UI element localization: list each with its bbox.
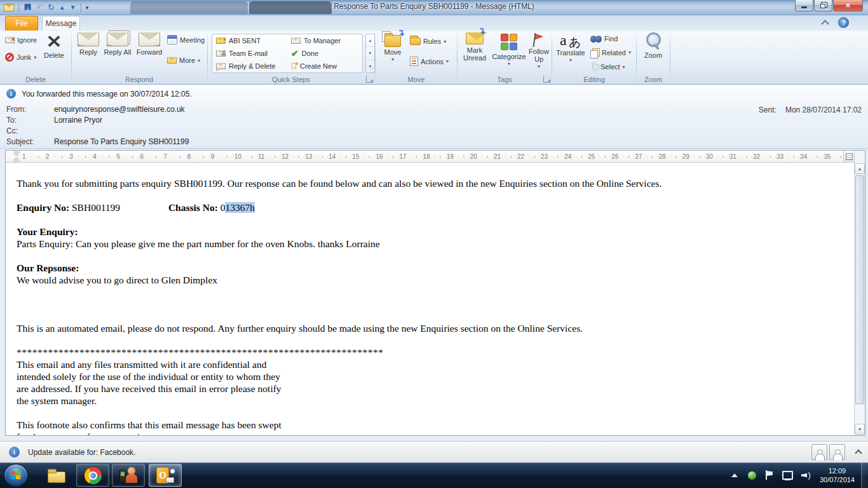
help-icon[interactable]: ?	[838, 17, 849, 28]
our-response-text: We would advise you to go direct to Glen…	[17, 274, 854, 286]
taskbar-chrome-button[interactable]	[76, 464, 109, 487]
move-button[interactable]: ↴ Move ▾	[379, 32, 406, 64]
meeting-calendar-icon	[167, 35, 177, 44]
follow-up-button[interactable]: Follow Up ▾	[526, 32, 552, 71]
sent-line: Sent:Mon 28/07/2014 17:02	[759, 105, 862, 114]
action-center-icon[interactable]	[765, 470, 773, 480]
taskbar-communicator-button[interactable]	[112, 464, 145, 487]
taskbar-outlook-button[interactable]: O	[149, 464, 182, 487]
people-pane-normal-button[interactable]	[811, 444, 827, 460]
translate-button[interactable]: aあ Translate ▾	[553, 32, 588, 64]
chassis-no-label: Chassis No:	[168, 202, 218, 213]
tags-dialog-launcher-icon[interactable]	[543, 76, 550, 83]
taskbar-clock[interactable]: 12:09 30/07/2014	[820, 466, 855, 484]
find-button[interactable]: Find	[590, 34, 618, 43]
tab-file[interactable]: File	[5, 16, 38, 30]
close-button[interactable]: ✕	[833, 0, 863, 11]
chrome-icon	[81, 464, 105, 487]
body-enquiry-line: Enquiry No: SBH001199 Chassis No: 013367…	[17, 201, 854, 214]
quickstep-to-manager[interactable]: → To Manager	[287, 34, 361, 47]
field-from: From: enquirynoresponse@swiftleisure.co.…	[6, 105, 185, 114]
more-button[interactable]: More ▾	[167, 57, 200, 64]
info-icon: i	[9, 447, 20, 458]
scroll-up-icon[interactable]: ▲	[855, 163, 865, 174]
scroll-down-icon[interactable]: ▼	[855, 424, 865, 435]
to-value[interactable]: Lorraine Pryor	[54, 116, 102, 125]
confidential-note: This email and any files transmitted wit…	[17, 358, 854, 407]
people-pane-minimized-button[interactable]	[829, 444, 845, 460]
enquiry-no-label: Enquiry No:	[17, 202, 69, 213]
select-button[interactable]: Select ▾	[590, 62, 625, 71]
ribbon-group-quick-steps: ▸ ABI SENT → To Manager Team E-mail ✔ Do…	[208, 31, 374, 85]
quickstep-done[interactable]: ✔ Done	[287, 47, 361, 60]
email-body[interactable]: Thank you for submitting parts enquiry S…	[6, 163, 854, 435]
cc-label: Cc:	[6, 126, 54, 135]
tray-status-icon[interactable]	[748, 471, 756, 480]
reply-button[interactable]: ← Reply	[74, 32, 102, 56]
quickstep-team-email[interactable]: Team E-mail	[212, 47, 287, 60]
collapse-ribbon-icon[interactable]	[821, 19, 830, 25]
tray-show-hidden-icons-icon[interactable]	[731, 473, 738, 477]
quick-steps-gallery: ▸ ABI SENT → To Manager Team E-mail ✔ Do…	[212, 34, 363, 73]
categorize-icon	[501, 34, 517, 50]
categorize-button[interactable]: Categorize ▾	[491, 32, 527, 68]
vertical-scrollbar[interactable]: ▲ ▼	[854, 151, 865, 435]
actions-button[interactable]: Actions ▾	[410, 57, 449, 66]
mark-unread-button[interactable]: ↴ Mark Unread	[459, 32, 491, 62]
quickstep-create-new[interactable]: ✦⃰ Create New	[287, 60, 361, 72]
ribbon-group-zoom: Zoom Zoom	[637, 31, 670, 85]
collapse-people-pane-icon[interactable]	[855, 449, 862, 454]
show-desktop-button[interactable]	[861, 463, 868, 488]
scrollbar-thumb[interactable]	[855, 175, 864, 404]
delete-button[interactable]: ✕ Delete	[39, 32, 69, 59]
ruler-scale: 1·ı·2·ı·3·ı·4·ı·5·ı·6·ı·7·ı·8·ı·9·ı·10·ı…	[22, 151, 854, 162]
ruler-toggle-icon[interactable]	[843, 151, 854, 163]
translate-icon: aあ	[560, 32, 581, 49]
network-icon[interactable]	[782, 471, 793, 480]
sent-label: Sent:	[759, 105, 776, 114]
quickstep-reply-delete[interactable]: ← Reply & Delete	[212, 60, 287, 72]
tab-message[interactable]: Message	[42, 16, 80, 30]
related-button[interactable]: Related ▾	[590, 48, 631, 57]
infobar-forwarded: i You forwarded this message on 30/07/20…	[6, 89, 192, 98]
from-value[interactable]: enquirynoresponse@swiftleisure.co.uk	[54, 105, 185, 114]
quick-steps-scroll: ▲ ▼ ▼̱	[365, 34, 375, 73]
minimize-button[interactable]	[795, 0, 813, 11]
ignore-button[interactable]: ✕ Ignore	[5, 36, 37, 44]
chevron-down-icon: ▾	[446, 58, 449, 64]
our-response-label: Our Repsonse:	[17, 262, 854, 274]
window-controls: ✕	[794, 0, 863, 11]
your-enquiry-text: Parts Enquiry: Can you please give me th…	[17, 238, 854, 250]
meeting-button[interactable]: Meeting	[167, 35, 205, 44]
scroll-up-icon[interactable]: ▲	[366, 34, 374, 47]
group-label-tags: Tags	[458, 76, 552, 83]
quickstep-abi-sent[interactable]: ▸ ABI SENT	[212, 34, 287, 47]
scroll-down-icon[interactable]: ▼	[366, 47, 374, 60]
ruler: 1·ı·2·ı·3·ı·4·ı·5·ı·6·ı·7·ı·8·ı·9·ı·10·ı…	[6, 151, 854, 163]
volume-icon[interactable]	[802, 471, 812, 480]
chevron-down-icon: ▾	[538, 63, 540, 71]
clock-date: 30/07/2014	[820, 475, 855, 484]
field-subject: Subject: Response To Parts Enquiry SBH00…	[6, 137, 189, 146]
status-text: Update available for: Facebook.	[28, 448, 135, 457]
start-button[interactable]	[4, 464, 28, 487]
taskbar-explorer-button[interactable]	[39, 464, 72, 487]
delete-x-icon: ✕	[46, 33, 62, 51]
quick-steps-dialog-launcher-icon[interactable]	[366, 76, 373, 83]
zoom-button[interactable]: Zoom	[639, 32, 667, 59]
status-message: i Update available for: Facebook.	[9, 447, 135, 458]
field-to: To: Lorraine Pryor	[6, 116, 102, 125]
reply-all-button[interactable]: ← Reply All	[104, 32, 132, 56]
gallery-more-icon[interactable]: ▼̱	[366, 60, 374, 72]
restore-button[interactable]	[814, 0, 832, 11]
ribbon-tab-row: File Message ?	[0, 15, 868, 30]
junk-button[interactable]: Junk ▾	[5, 53, 36, 62]
chevron-down-icon: ▾	[628, 50, 631, 55]
rules-button[interactable]: Rules ▾	[410, 37, 446, 45]
chevron-down-icon: ▾	[198, 58, 200, 64]
taskbar: O 12:09 30/07/2014	[0, 463, 868, 488]
find-binoculars-icon	[590, 36, 602, 43]
reply-delete-icon: ←	[216, 63, 226, 69]
forward-button[interactable]: → Forward	[133, 32, 166, 56]
indent-marker-icon[interactable]	[13, 152, 20, 161]
